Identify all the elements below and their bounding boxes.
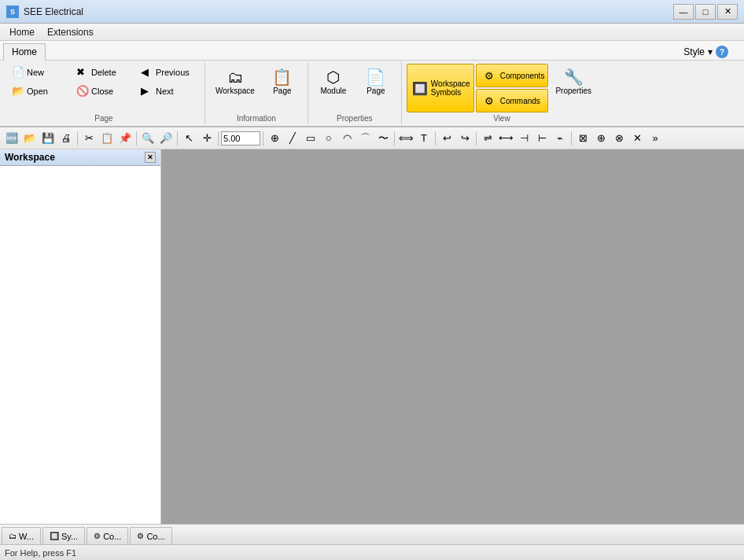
workspace-panel-content <box>0 166 160 524</box>
tb-copy[interactable]: 📋 <box>98 130 116 147</box>
tb-select[interactable]: ↖ <box>180 130 197 147</box>
previous-label: Previous <box>156 68 190 77</box>
previous-button[interactable]: ◀ Previous <box>137 64 200 81</box>
tb-split[interactable]: ⊣ <box>515 130 532 147</box>
new-icon: 📄 <box>12 66 24 79</box>
ribbon-content: 📄 New 📂 Open ✖ Delete 🚫 Close <box>0 60 744 126</box>
tb-undo[interactable]: ↩ <box>438 130 455 147</box>
tb-paste2[interactable]: ⊗ <box>610 130 628 147</box>
tb-new[interactable]: 🆕 <box>3 130 20 147</box>
bottom-tab-components[interactable]: ⚙ Co... <box>87 527 128 544</box>
ribbon-group-view: 🔲 WorkspaceSymbols ⚙ Components ⚙ Comman… <box>402 62 602 124</box>
style-button[interactable]: Style ▾ ? <box>677 44 735 60</box>
page-prop-icon: 📄 <box>366 68 385 87</box>
tb-poly[interactable]: ⌒ <box>356 130 374 147</box>
tb-mirror[interactable]: ⇌ <box>479 130 496 147</box>
info-group-label: Information <box>237 112 276 123</box>
properties-view-button[interactable]: 🔧 Properties <box>550 64 597 112</box>
page-group-label: Page <box>94 112 112 123</box>
tb-print[interactable]: 🖨 <box>57 130 75 147</box>
menu-extensions[interactable]: Extensions <box>41 25 100 39</box>
tb-sep7 <box>435 131 436 146</box>
workspace-tab-label: W... <box>19 532 34 541</box>
next-button[interactable]: ▶ Next <box>137 83 200 100</box>
grid-input[interactable]: 5.00 <box>221 131 260 146</box>
tb-copy2[interactable]: ⊕ <box>592 130 610 147</box>
tb-join[interactable]: ⊢ <box>533 130 551 147</box>
help-icon[interactable]: ? <box>716 46 728 58</box>
symbols-tab-icon: 🔲 <box>50 532 59 540</box>
minimize-button[interactable]: — <box>673 4 694 20</box>
workspace-panel-title: Workspace <box>5 152 55 163</box>
module-button[interactable]: ⬡ Module <box>313 64 354 112</box>
app-icon: S <box>6 6 19 18</box>
workspace-panel: Workspace ✕ <box>0 149 161 524</box>
main-area: Workspace ✕ <box>0 149 744 524</box>
tb-line[interactable]: ╱ <box>284 130 301 147</box>
open-button[interactable]: 📂 Open <box>8 83 71 100</box>
tb-rect[interactable]: ▭ <box>302 130 319 147</box>
ribbon-group-properties: ⬡ Module 📄 Page Properties <box>308 62 402 124</box>
components-button[interactable]: ⚙ Components <box>476 64 549 87</box>
tb-dim[interactable]: ⟺ <box>397 130 414 147</box>
bottom-tab-symbols[interactable]: 🔲 Sy... <box>42 527 85 544</box>
maximize-button[interactable]: □ <box>695 4 716 20</box>
commands-button[interactable]: ⚙ Commands <box>476 89 549 112</box>
tb-zoomout[interactable]: 🔎 <box>157 130 175 147</box>
commands-icon: ⚙ <box>480 91 499 110</box>
tb-sep6 <box>394 131 395 146</box>
bottom-tab-commands[interactable]: ⚙ Co... <box>130 527 171 544</box>
tb-text[interactable]: T <box>415 130 433 147</box>
tb-arc[interactable]: ◠ <box>338 130 355 147</box>
tb-sep9 <box>571 131 572 146</box>
commands-label: Commands <box>500 97 540 105</box>
tab-home[interactable]: Home <box>3 43 46 61</box>
tb-sep2 <box>136 131 137 146</box>
tb-more[interactable]: » <box>646 130 664 147</box>
tb-sep8 <box>476 131 477 146</box>
workspace-symbols-button[interactable]: 🔲 WorkspaceSymbols <box>407 64 474 112</box>
tb-erase[interactable]: ⊠ <box>574 130 591 147</box>
workspace-info-icon: 🗂 <box>226 68 245 87</box>
tb-open[interactable]: 📂 <box>21 130 39 147</box>
status-bar: For Help, press F1 <box>0 544 744 560</box>
workspace-panel-close[interactable]: ✕ <box>145 152 156 163</box>
close-page-icon: 🚫 <box>76 85 89 98</box>
symbols-tab-label: Sy... <box>61 532 78 541</box>
commands-tab-label: Co... <box>146 532 164 541</box>
workspace-info-button[interactable]: 🗂 Workspace <box>210 64 260 112</box>
canvas-area[interactable] <box>161 149 744 524</box>
properties-view-icon: 🔧 <box>564 68 583 87</box>
close-page-button[interactable]: 🚫 Close <box>72 83 135 100</box>
tb-save[interactable]: 💾 <box>39 130 57 147</box>
tb-sep5 <box>263 131 263 146</box>
delete-button[interactable]: ✖ Delete <box>72 64 135 81</box>
tb-cut[interactable]: ✂ <box>80 130 98 147</box>
page-info-button[interactable]: 📋 Page <box>262 64 303 112</box>
close-button[interactable]: ✕ <box>717 4 738 20</box>
tb-circle[interactable]: ○ <box>320 130 337 147</box>
menu-bar: Home Extensions <box>0 24 744 41</box>
tb-crosshair[interactable]: ✛ <box>198 130 215 147</box>
tb-flip[interactable]: ⟷ <box>497 130 514 147</box>
tb-snap[interactable]: ⊕ <box>266 130 283 147</box>
bottom-tab-workspace[interactable]: 🗂 W... <box>2 527 41 544</box>
workspace-symbols-icon: 🔲 <box>411 79 429 98</box>
style-dropdown-icon: ▾ <box>708 46 713 57</box>
components-label: Components <box>500 72 545 80</box>
tb-trim[interactable]: ⌁ <box>551 130 569 147</box>
tb-wave[interactable]: 〜 <box>374 130 392 147</box>
ribbon-tabs: Home Style ▾ ? <box>0 41 744 60</box>
title-bar-left: S SEE Electrical <box>6 6 83 18</box>
delete-icon: ✖ <box>76 66 89 79</box>
tb-paste[interactable]: 📌 <box>116 130 134 147</box>
tb-close2[interactable]: ✕ <box>628 130 646 147</box>
tb-sep1 <box>77 131 78 146</box>
new-button[interactable]: 📄 New <box>8 64 71 81</box>
components-tab-icon: ⚙ <box>94 532 101 540</box>
page-info-icon: 📋 <box>273 68 292 87</box>
tb-zoomin[interactable]: 🔍 <box>139 130 157 147</box>
menu-home[interactable]: Home <box>3 25 41 39</box>
tb-redo[interactable]: ↪ <box>456 130 473 147</box>
page-prop-button[interactable]: 📄 Page <box>355 64 396 112</box>
